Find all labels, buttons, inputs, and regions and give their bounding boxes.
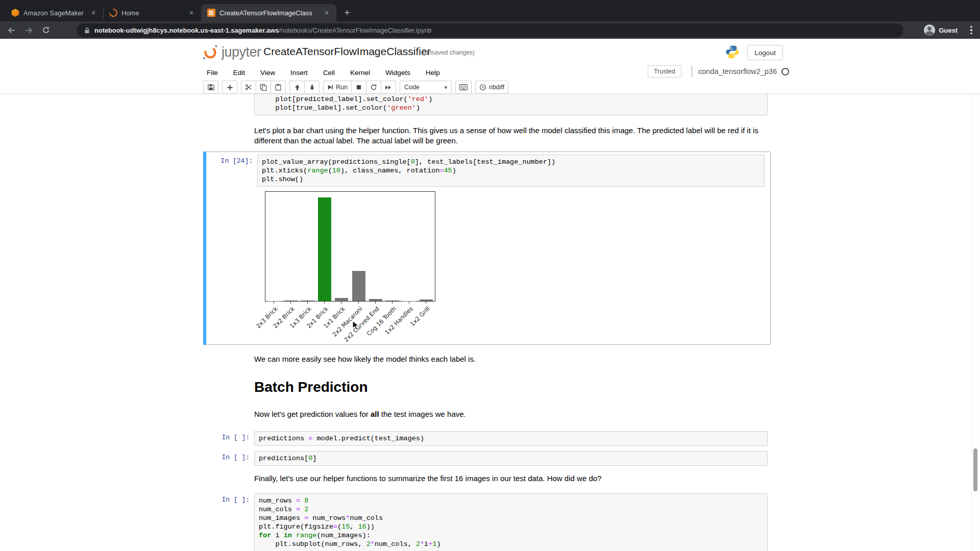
cell-prompt: In [ ]: bbox=[203, 451, 254, 466]
save-button[interactable] bbox=[203, 81, 218, 94]
notebook-toolbar: Run Code ▾ nbdiff bbox=[0, 81, 980, 94]
move-down-button[interactable] bbox=[304, 81, 320, 94]
restart-run-all-button[interactable] bbox=[381, 81, 396, 94]
url-domain: notebook-udtwigjh8cys.notebook.us-east-1… bbox=[94, 27, 279, 34]
code-input[interactable]: predictions[0] bbox=[254, 451, 768, 466]
screen: Amazon SageMaker×Home×CreateATensorFlowI… bbox=[0, 0, 980, 551]
section-heading: Batch Prediction bbox=[254, 379, 368, 396]
home-icon bbox=[108, 7, 119, 19]
reload-icon bbox=[42, 26, 50, 34]
new-tab-button[interactable]: + bbox=[340, 6, 354, 19]
chart-xtick bbox=[358, 302, 359, 304]
command-palette-button[interactable] bbox=[455, 81, 472, 94]
tab-close-icon[interactable]: × bbox=[187, 8, 196, 17]
code-cell-clipped: plot[predicted_label].set_color('red') p… bbox=[203, 94, 771, 115]
copy-cell-button[interactable] bbox=[256, 81, 271, 94]
code-input[interactable]: plot[predicted_label].set_color('red') p… bbox=[254, 94, 768, 115]
scissors-icon bbox=[245, 84, 252, 91]
move-up-button[interactable] bbox=[289, 81, 305, 94]
keyboard-icon bbox=[459, 84, 468, 90]
chart-xtick bbox=[341, 302, 341, 304]
chart-xtick bbox=[392, 302, 393, 304]
tab-label: Amazon SageMaker bbox=[23, 9, 85, 17]
notebook-title[interactable]: CreateATensorFlowImageClassifier bbox=[263, 45, 431, 58]
url-path: /notebooks/CreateATensorFlowImageClassif… bbox=[279, 27, 431, 34]
chart-bar bbox=[352, 271, 365, 301]
kernel-name: conda_tensorflow2_p36 bbox=[698, 67, 777, 76]
scrollbar-thumb[interactable] bbox=[973, 448, 977, 491]
save-icon bbox=[207, 84, 214, 91]
jupyter-logo[interactable]: jupyter bbox=[201, 43, 261, 61]
tab-home[interactable]: Home× bbox=[103, 4, 201, 21]
run-button[interactable]: Run bbox=[323, 81, 352, 94]
paste-icon bbox=[275, 84, 282, 91]
markdown-cell-likely: We can more easily see how likely the mo… bbox=[203, 354, 771, 364]
nbdiff-label: nbdiff bbox=[489, 84, 504, 91]
divider bbox=[692, 66, 692, 77]
tab-close-icon[interactable]: × bbox=[89, 8, 98, 17]
jupyter-logo-icon bbox=[201, 43, 219, 61]
step-forward-icon bbox=[327, 84, 333, 90]
notebook-icon bbox=[207, 9, 215, 17]
avatar bbox=[924, 24, 935, 36]
tab-notebook[interactable]: CreateATensorFlowImageClass× bbox=[201, 4, 336, 21]
cut-cell-button[interactable] bbox=[241, 81, 256, 94]
copy-icon bbox=[260, 84, 267, 91]
python-logo-icon bbox=[725, 44, 740, 62]
restart-kernel-button[interactable] bbox=[366, 81, 381, 94]
menu-edit[interactable]: Edit bbox=[226, 66, 253, 80]
reload-button[interactable] bbox=[40, 24, 52, 36]
cell-prompt: In [ ]: bbox=[203, 493, 254, 551]
cell-prompt: In [24]: bbox=[206, 155, 257, 187]
trusted-badge[interactable]: Trusted bbox=[648, 65, 681, 78]
code-input[interactable]: plot_value_array(predictions_single[0], … bbox=[257, 155, 765, 187]
chart-bar bbox=[284, 300, 298, 301]
menu-widgets[interactable]: Widgets bbox=[378, 66, 418, 80]
selected-code-cell[interactable]: In [24]: plot_value_array(predictions_si… bbox=[203, 152, 771, 345]
cell-prompt bbox=[203, 94, 254, 115]
chart-axes bbox=[265, 191, 435, 302]
code-cell-batch: In [ ]: num_rows = 8num_cols = 2num_imag… bbox=[203, 493, 771, 551]
markdown-text: Let's plot a bar chart using the helper … bbox=[254, 126, 766, 145]
cell-type-select[interactable]: Code ▾ bbox=[400, 81, 452, 94]
markdown-text: We can more easily see how likely the mo… bbox=[254, 354, 766, 364]
code-input[interactable]: num_rows = 8num_cols = 2num_images = num… bbox=[254, 493, 768, 551]
jupyter-page: jupyter CreateATensorFlowImageClassifier… bbox=[0, 39, 980, 551]
arrow-down-icon bbox=[309, 84, 315, 91]
markdown-text: Now let's get prediction values for all … bbox=[254, 409, 766, 419]
mouse-cursor bbox=[351, 320, 361, 333]
chart-bar bbox=[301, 300, 314, 301]
arrow-up-icon bbox=[294, 84, 301, 91]
lock-icon bbox=[84, 27, 90, 34]
kernel-idle-icon bbox=[781, 68, 789, 76]
menu-help[interactable]: Help bbox=[418, 66, 448, 80]
tab-amazon-sagemaker[interactable]: Amazon SageMaker× bbox=[5, 4, 103, 21]
forward-button[interactable] bbox=[22, 24, 35, 36]
code-cell-pred0: In [ ]: predictions[0] bbox=[203, 451, 771, 466]
menu-cell[interactable]: Cell bbox=[315, 66, 342, 80]
nbdiff-button[interactable]: nbdiff bbox=[475, 81, 508, 94]
notebook-body: plot[predicted_label].set_color('red') p… bbox=[0, 94, 970, 551]
chart-xtick bbox=[307, 302, 308, 304]
menu-insert[interactable]: Insert bbox=[283, 66, 315, 80]
logout-button[interactable]: Logout bbox=[747, 45, 783, 60]
back-button[interactable] bbox=[5, 24, 17, 36]
stop-button[interactable] bbox=[351, 81, 366, 94]
paste-cell-button[interactable] bbox=[271, 81, 286, 94]
menu-kernel[interactable]: Kernel bbox=[342, 66, 378, 80]
menu-file[interactable]: File bbox=[199, 66, 226, 80]
menu-view[interactable]: View bbox=[253, 66, 283, 80]
tab-close-icon[interactable]: × bbox=[322, 8, 331, 17]
cell-prompt: In [ ]: bbox=[203, 431, 254, 446]
add-cell-button[interactable] bbox=[222, 81, 237, 94]
tab-label: Home bbox=[121, 9, 183, 17]
profile-chip[interactable]: Guest bbox=[920, 23, 962, 37]
code-input[interactable]: predictions = model.predict(test_images) bbox=[254, 431, 768, 446]
run-button-label: Run bbox=[336, 84, 348, 91]
browser-menu-button[interactable] bbox=[967, 25, 976, 35]
chart-xtick bbox=[290, 302, 291, 304]
chart-xtick bbox=[426, 302, 426, 304]
address-bar[interactable]: notebook-udtwigjh8cys.notebook.us-east-1… bbox=[77, 23, 903, 37]
stop-icon bbox=[356, 84, 362, 90]
notebook-save-state: (unsaved changes) bbox=[423, 49, 475, 56]
